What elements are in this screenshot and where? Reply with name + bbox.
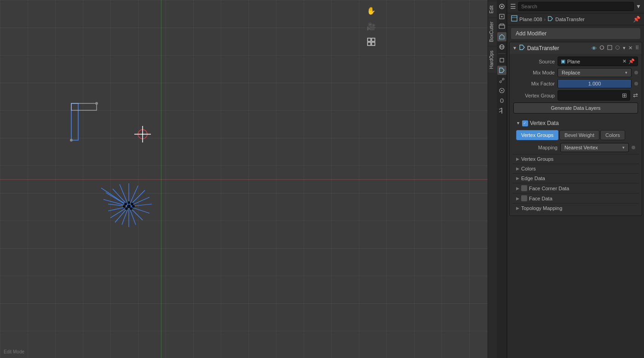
vertex-group-flip-icon[interactable]: ⇄ xyxy=(633,92,638,99)
vertex-groups-collapse-title: Vertex Groups xyxy=(521,156,553,162)
mapping-value: Nearest Vertex xyxy=(564,145,598,150)
face-corner-data-checkbox[interactable] xyxy=(521,185,527,191)
camera-icon[interactable]: 🎥 xyxy=(365,20,377,32)
mix-factor-keyframe-dot[interactable] xyxy=(634,82,638,85)
mapping-dropdown[interactable]: Nearest Vertex ▾ xyxy=(560,143,629,152)
scene-icon[interactable] xyxy=(497,32,506,41)
physics-icon[interactable] xyxy=(497,86,506,95)
svg-point-34 xyxy=(130,207,132,210)
collapse-edge-data-header[interactable]: ▶ Edge Data xyxy=(512,174,639,183)
collapse-colors: ▶ Colors xyxy=(512,164,639,173)
svg-rect-2 xyxy=(368,42,371,45)
topology-mapping-title: Topology Mapping xyxy=(521,205,562,211)
breadcrumb-object[interactable]: Plane.008 xyxy=(519,17,542,22)
collapse-face-corner-data-header[interactable]: ▶ Face Corner Data xyxy=(512,183,639,193)
svg-point-33 xyxy=(125,207,128,210)
svg-rect-5 xyxy=(71,103,97,110)
add-modifier-button[interactable]: Add Modifier xyxy=(511,28,640,39)
collapse-topology-mapping-header[interactable]: ▶ Topology Mapping xyxy=(512,204,639,213)
vertex-data-title: Vertex Data xyxy=(530,120,559,126)
modifier-drag-icon[interactable]: ⠿ xyxy=(635,45,639,51)
vertex-group-label: Vertex Group xyxy=(513,93,555,98)
svg-line-55 xyxy=(499,108,502,109)
world-icon[interactable] xyxy=(497,42,506,51)
modifier-expand-arrow[interactable]: ▾ xyxy=(623,45,626,51)
svg-point-36 xyxy=(123,205,126,208)
props-menu-icon[interactable]: ☰ xyxy=(510,3,516,10)
modifier-close-icon[interactable]: ✕ xyxy=(628,45,632,51)
data-icon[interactable] xyxy=(497,106,506,115)
strip-tab-boxcutter[interactable]: BoxCutter xyxy=(488,18,497,45)
face-data-tri: ▶ xyxy=(516,196,519,201)
center-line-horizontal xyxy=(0,179,488,180)
source-label: Source xyxy=(513,59,555,64)
source-pin-icon[interactable]: 📌 xyxy=(628,58,635,64)
center-line-vertical xyxy=(161,0,161,358)
tab-colors[interactable]: Colors xyxy=(600,130,625,140)
mix-factor-input[interactable]: 1.000 xyxy=(558,79,632,88)
collapse-colors-header[interactable]: ▶ Colors xyxy=(512,164,639,173)
modifier-icon[interactable] xyxy=(497,66,506,75)
svg-line-26 xyxy=(129,186,138,206)
viewport[interactable]: ✋ 🎥 xyxy=(0,0,488,358)
source-value[interactable]: ▣ Plane ✕ 📌 xyxy=(558,57,638,66)
vertex-data-checkbox[interactable]: ✓ xyxy=(522,120,528,126)
vertex-data-header[interactable]: ▼ ✓ Vertex Data xyxy=(512,118,639,128)
modifier-cage-icon[interactable] xyxy=(615,45,620,51)
frame-object xyxy=(69,101,106,147)
modifier-type-icon xyxy=(519,44,525,52)
props-search-input[interactable] xyxy=(518,2,634,11)
modifier-render-icon[interactable] xyxy=(599,45,604,51)
tab-bevel-weight[interactable]: Bevel Weight xyxy=(559,130,599,140)
output-icon[interactable] xyxy=(497,12,506,21)
mapping-label: Mapping xyxy=(516,145,558,150)
breadcrumb-modifier[interactable]: DataTransfer xyxy=(555,17,585,22)
constraints-icon[interactable] xyxy=(497,96,506,105)
svg-line-56 xyxy=(499,111,502,112)
breadcrumb: Plane.008 › DataTransfer 📌 xyxy=(507,13,644,25)
face-corner-data-tri: ▶ xyxy=(516,186,519,191)
render-icon[interactable] xyxy=(497,2,506,11)
vertex-group-value[interactable]: ⊞ xyxy=(558,90,630,101)
tab-vertex-groups[interactable]: Vertex Groups xyxy=(516,130,558,140)
svg-rect-48 xyxy=(500,58,504,62)
strip-tab-edit[interactable]: Edit xyxy=(488,2,497,17)
breadcrumb-sep: › xyxy=(544,17,546,22)
source-clear-icon[interactable]: ✕ xyxy=(622,58,627,64)
mix-mode-arrow: ▾ xyxy=(625,70,627,75)
mix-mode-dropdown[interactable]: Replace ▾ xyxy=(558,68,632,77)
breadcrumb-pin-icon[interactable]: 📌 xyxy=(633,16,640,23)
grid-icon[interactable] xyxy=(365,36,377,48)
svg-rect-1 xyxy=(372,38,375,41)
collapse-face-data-header[interactable]: ▶ Face Data xyxy=(512,193,639,203)
mix-mode-keyframe-dot[interactable] xyxy=(634,71,638,74)
modifier-realtime-icon[interactable]: 👁 xyxy=(592,45,597,51)
vertex-data-tabs: Vertex Groups Bevel Weight Colors xyxy=(512,128,639,142)
props-scroll-arrow[interactable]: ▼ xyxy=(636,3,641,10)
mapping-row: Mapping Nearest Vertex ▾ xyxy=(512,142,639,154)
source-row: Source ▣ Plane ✕ 📌 xyxy=(513,57,638,66)
grab-icon[interactable]: ✋ xyxy=(365,5,377,17)
collapse-vertex-groups-header[interactable]: ▶ Vertex Groups xyxy=(512,154,639,164)
modifier-expand-icon[interactable]: ▼ xyxy=(512,45,517,51)
properties-icons xyxy=(497,0,507,358)
viewport-icons: ✋ 🎥 xyxy=(365,5,377,48)
face-data-title: Face Data xyxy=(529,196,552,201)
topology-mapping-tri: ▶ xyxy=(516,206,519,210)
viewport-info: Edit Mode xyxy=(4,349,24,354)
modifier-name[interactable]: DataTransfer xyxy=(527,45,590,51)
modifier-editmode-icon[interactable] xyxy=(607,45,612,51)
generate-data-layers-button[interactable]: Generate Data Layers xyxy=(513,102,638,114)
source-mesh-icon: ▣ xyxy=(561,58,565,64)
strip-tab-hardops[interactable]: HardOps xyxy=(488,47,497,73)
mapping-dot[interactable] xyxy=(632,146,635,149)
svg-rect-4 xyxy=(71,103,78,140)
colors-tri: ▶ xyxy=(516,166,519,171)
vertex-group-row: Vertex Group ⊞ ⇄ xyxy=(513,90,638,101)
object-icon[interactable] xyxy=(497,56,506,65)
particles-icon[interactable] xyxy=(497,76,506,85)
viewlayer-icon[interactable] xyxy=(497,22,506,31)
face-data-checkbox[interactable] xyxy=(521,195,527,201)
svg-rect-3 xyxy=(372,42,375,45)
breadcrumb-mesh-icon xyxy=(511,15,518,23)
